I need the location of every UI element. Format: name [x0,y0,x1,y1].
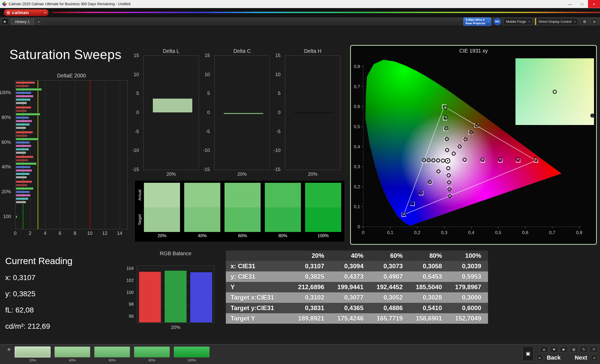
bottom-swatch-100%[interactable]: 100% [174,346,210,362]
deltac-ytick-label: -15 [203,167,210,172]
play-icon[interactable]: ▶ [560,346,568,353]
deltae-ylabels: 100%80%60%40%20%100 [0,80,13,229]
deltae-bar [16,176,27,179]
table-cell: 0,4907 [370,271,410,282]
deltae-xtick-label: 2 [29,231,31,236]
deltae-bar [16,106,31,109]
swatch-target [265,207,301,232]
reading-cdm2-value: cd/m²: 212,69 [5,322,72,331]
deltal-ytick-label: -10 [132,148,139,153]
page-title: Saturation Sweeps [9,47,121,62]
deltae-group-label: 60% [2,139,11,145]
meter-label: X-Rite i1Pro 3 Rear Projector [466,18,486,25]
table-cell: 0,3052 [370,292,410,303]
deltae-reference-line [90,81,90,229]
session-play-button[interactable]: ▶ [2,18,9,25]
bottom-swatch-40%[interactable]: 40% [54,346,90,362]
delta-l-title: Delta L [143,48,199,54]
bottom-bar: ◉ 20%40%60%80%100% ▣ ▲■▶▤↻↺ « Back Next … [0,344,600,364]
tab-history-1[interactable]: History 1 [11,18,34,25]
deltal-ylabels: -15-10-5051015 [129,55,141,170]
deltal-bar [153,98,193,113]
chevron-down-icon: ▾ [529,20,530,23]
transport-column: ▲■▶▤↻↺ « Back Next » [536,346,598,361]
deltae-bar [16,215,17,218]
saturation-swatch-column: 80% [265,183,301,238]
table-body: x: CIE310,31070,30940,30730,30580,3039y:… [226,261,488,324]
cie-xtick-label: 0 [362,230,364,235]
deltae-xtick-label: 8 [74,231,76,236]
report-icon[interactable]: ▤ [570,346,578,353]
cie-ytick-label: 0,5 [354,124,360,129]
swatch-actual [144,183,180,207]
close-button[interactable]: × [588,0,600,8]
table-cell: 0,3073 [370,261,410,271]
bottom-swatch-color [174,346,210,357]
layout-toggle-button[interactable]: ▣ [523,346,534,361]
loop-icon[interactable]: ↻ [580,346,588,353]
table-row: x: CIE310,31070,30940,30730,30580,3039 [226,261,488,271]
saturation-swatch-column: 60% [225,183,261,238]
deltae-xtick-label: 6 [59,231,61,236]
deltah-ytick-label: 0 [278,110,281,115]
swatch-actual [265,183,301,207]
display-control-dropdown[interactable]: Direct Display Control ▾ [535,18,578,25]
deltae-bar [16,151,26,154]
calman-app-window: Calman 2025 Calman Ultimate for Business… [0,0,600,364]
bottom-swatch-label: 80% [134,357,170,362]
add-tab-button[interactable]: + [36,19,42,25]
meter-count-badge[interactable]: 691 [494,18,501,25]
table-header-row: 20%40%60%80%100% [226,251,488,261]
cie-inset-marker [553,90,557,94]
bottom-swatch-color [54,346,90,357]
deltae-bar [16,156,33,158]
deltah-plot [285,55,340,170]
table-col-header: 60% [370,251,410,261]
back-button[interactable]: Back [545,354,562,361]
table-cell: 199,9441 [331,282,370,292]
deltae-gridline [45,81,46,229]
deltac-ytick-label: 0 [207,110,210,115]
bottom-swatch-color [134,346,170,357]
bottom-swatch-80%[interactable]: 80% [134,346,170,362]
navigation-buttons: « Back Next » [536,354,598,361]
back-icon[interactable]: « [536,354,543,361]
calman-logo-button[interactable]: calman ▾ [4,9,49,16]
workflow-menu-icon[interactable]: ≡ [590,18,598,25]
stop-icon[interactable]: ■ [550,346,558,353]
eject-icon[interactable]: ▲ [540,346,548,353]
deltah-ytick-label: -15 [274,167,281,172]
cie-diagram-panel: CIE 1931 xy 00,10,20,30,40,50,60,70,800,… [350,45,597,245]
swatch-label: 80% [265,232,301,238]
meter-status-icon: ◉ [7,347,10,351]
bottom-swatch-60%[interactable]: 60% [94,346,130,362]
cie-xtick-label: 0,6 [522,230,528,235]
reset-icon[interactable]: ↺ [590,346,598,353]
settings-gear-icon[interactable]: ⚙ [581,18,589,25]
deltac-ytick-label: 5 [207,91,210,96]
table-cell: 0,3058 [410,261,449,271]
calman-menu-chevron-icon[interactable]: ▾ [42,9,48,16]
cie-inset-marker [590,113,594,118]
next-icon[interactable]: » [591,354,598,361]
deltae-gridline [30,81,31,229]
maximize-button[interactable]: □ [576,0,588,8]
meter-selector[interactable]: X-Rite i1Pro 3 Rear Projector ▾ [463,18,491,26]
deltae-bar [16,81,35,84]
deltae-bar [16,98,31,101]
deltae-group-label: 40% [2,164,11,170]
bottom-swatch-20%[interactable]: 20% [15,346,51,362]
saturation-swatch-column: 20% [144,183,180,238]
table-cell: 189,8921 [292,313,331,324]
table-cell: 0,3000 [449,292,488,303]
deltac-plot [214,55,270,170]
source-dropdown[interactable]: Mobile Forge ▾ [503,18,532,25]
minimize-button[interactable]: — [564,0,576,8]
deltae-bar [16,110,27,112]
table-cell: 0,3102 [292,292,331,303]
deltae-bar [16,159,29,162]
rgb-ytick-label: 100 [126,290,134,295]
rgb-plot [137,266,214,323]
next-button[interactable]: Next [573,354,589,361]
table-row-label: Target y:CIE31 [226,303,292,313]
